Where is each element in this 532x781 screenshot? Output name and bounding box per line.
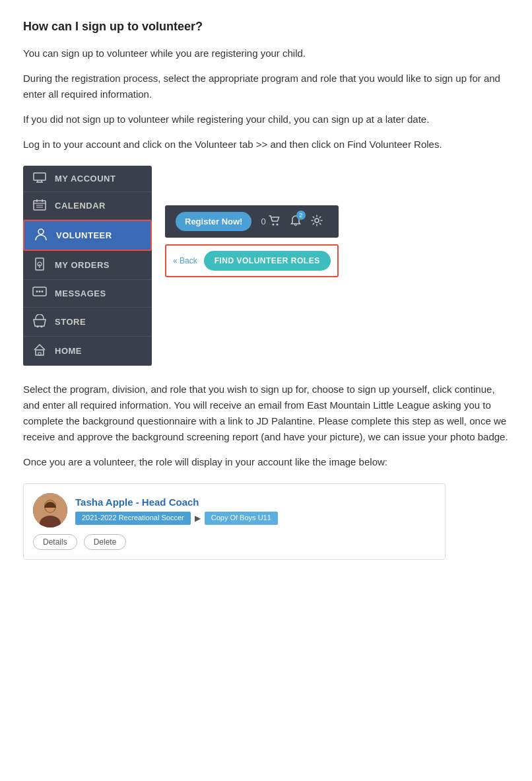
back-link[interactable]: « Back (173, 256, 197, 265)
vol-tag-team: Copy Of Boys U11 (205, 512, 278, 525)
top-bar: Register Now! 0 2 (165, 205, 339, 238)
vol-tag-league: 2021-2022 Recreational Soccer (75, 512, 191, 525)
cart-icon (269, 215, 281, 228)
monitor-icon (32, 172, 47, 185)
page-title: How can I sign up to volunteer? (23, 20, 509, 34)
find-volunteer-roles-button[interactable]: FIND VOLUNTEER ROLES (204, 251, 331, 271)
nav-item-messages[interactable]: MESSAGES (23, 280, 152, 308)
vol-card-header: Tasha Apple - Head Coach 2021-2022 Recre… (33, 493, 436, 527)
svg-point-10 (38, 229, 44, 234)
nav-item-calendar[interactable]: CALENDAR (23, 192, 152, 220)
svg-point-17 (42, 290, 44, 292)
volunteer-icon (34, 228, 48, 243)
cart-area: 0 (261, 215, 280, 228)
nav-item-home[interactable]: HOME (23, 337, 152, 366)
nav-label-store: STORE (55, 317, 86, 327)
svg-point-24 (315, 219, 319, 222)
cart-count: 0 (261, 217, 265, 226)
svg-point-16 (39, 290, 41, 292)
svg-rect-0 (34, 173, 46, 180)
arrow-separator: ▶ (192, 512, 203, 525)
nav-label-home: HOME (55, 346, 82, 356)
avatar (33, 493, 67, 527)
calendar-icon (32, 199, 47, 213)
paragraph-4: Log in to your account and click on the … (23, 137, 509, 153)
find-volunteer-container: « Back FIND VOLUNTEER ROLES (165, 244, 339, 277)
nav-label-my-account: MY ACCOUNT (55, 174, 116, 184)
nav-label-volunteer: VOLUNTEER (56, 230, 112, 240)
vol-info: Tasha Apple - Head Coach 2021-2022 Recre… (75, 496, 436, 525)
body-paragraph: Select the program, division, and role t… (23, 382, 509, 445)
nav-label-messages: MESSAGES (55, 289, 106, 298)
nav-item-volunteer[interactable]: VOLUNTEER (23, 220, 152, 251)
store-icon (32, 314, 47, 329)
notification-bell: 2 (290, 215, 302, 228)
svg-point-22 (272, 224, 274, 226)
screenshot-area: MY ACCOUNT CALENDAR (23, 166, 509, 366)
volunteer-card: Tasha Apple - Head Coach 2021-2022 Recre… (23, 483, 446, 560)
nav-item-my-orders[interactable]: MY ORDERS (23, 251, 152, 280)
right-panel: Register Now! 0 2 (165, 205, 339, 277)
vol-tags: 2021-2022 Recreational Soccer ▶ Copy Of … (75, 512, 436, 525)
orders-icon (32, 257, 47, 273)
home-icon (32, 343, 47, 358)
svg-point-15 (36, 290, 38, 292)
vol-name: Tasha Apple - Head Coach (75, 496, 436, 508)
notification-count: 2 (296, 211, 306, 220)
gear-icon[interactable] (311, 215, 323, 228)
delete-button[interactable]: Delete (84, 534, 127, 550)
nav-label-calendar: CALENDAR (55, 201, 106, 211)
below-paragraph: Once you are a volunteer, the role will … (23, 454, 509, 470)
svg-point-23 (276, 224, 278, 226)
paragraph-1: You can sign up to volunteer while you a… (23, 46, 509, 61)
nav-label-my-orders: MY ORDERS (55, 260, 110, 270)
register-now-button[interactable]: Register Now! (176, 212, 251, 231)
details-button[interactable]: Details (33, 534, 77, 550)
nav-menu: MY ACCOUNT CALENDAR (23, 166, 152, 366)
paragraph-2: During the registration process, select … (23, 71, 509, 102)
nav-item-my-account[interactable]: MY ACCOUNT (23, 166, 152, 192)
messages-icon (32, 287, 47, 300)
nav-item-store[interactable]: STORE (23, 308, 152, 337)
paragraph-3: If you did not sign up to volunteer whil… (23, 112, 509, 127)
vol-actions: Details Delete (33, 534, 436, 550)
